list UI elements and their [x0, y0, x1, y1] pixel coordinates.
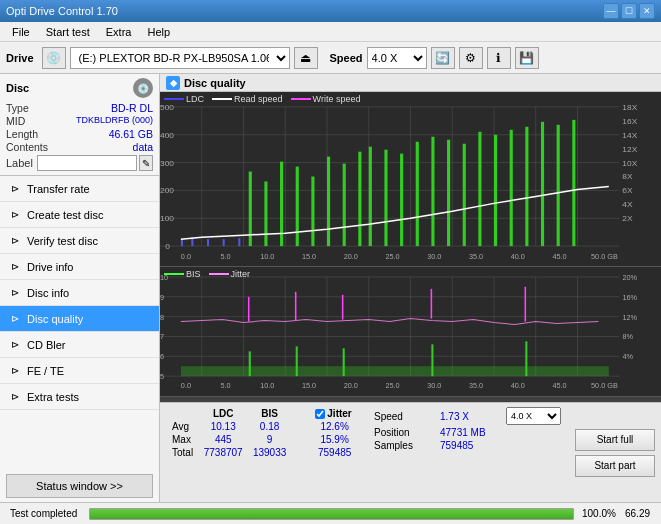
svg-text:7: 7 [160, 334, 164, 342]
speed-select-stats[interactable]: 4.0 X [506, 407, 561, 425]
speed-value: 1.73 X [440, 411, 500, 422]
write-speed-legend-color [291, 98, 311, 100]
save-button[interactable]: 💾 [515, 47, 539, 69]
sidebar-item-verify-test-disc[interactable]: ⊳ Verify test disc [0, 228, 159, 254]
sidebar: Disc 💿 Type BD-R DL MID TDKBLDRFB (000) … [0, 74, 160, 502]
chart-title-icon: ◆ [166, 76, 180, 90]
samples-value: 759485 [440, 440, 500, 451]
label-input[interactable] [37, 155, 137, 171]
sidebar-item-fe-te[interactable]: ⊳ FE / TE [0, 358, 159, 384]
sidebar-item-drive-info[interactable]: ⊳ Drive info [0, 254, 159, 280]
info-button[interactable]: ℹ [487, 47, 511, 69]
svg-rect-34 [207, 239, 209, 246]
status-text: Test completed [6, 508, 81, 519]
refresh-button[interactable]: 🔄 [431, 47, 455, 69]
sidebar-item-cd-bler[interactable]: ⊳ CD Bler [0, 332, 159, 358]
svg-text:30.0: 30.0 [427, 382, 441, 390]
svg-text:8X: 8X [622, 173, 633, 182]
nav-label-drive-info: Drive info [27, 261, 73, 273]
speed-position-section: Speed 1.73 X 4.0 X Position 47731 MB Sam… [366, 403, 569, 502]
svg-text:45.0: 45.0 [552, 253, 566, 261]
buttons-section: Start full Start part [569, 403, 661, 502]
svg-rect-40 [296, 167, 299, 247]
window-controls[interactable]: — ☐ ✕ [603, 3, 655, 19]
jitter-legend-color [209, 273, 229, 275]
disc-type: BD-R DL [111, 102, 153, 114]
sidebar-item-transfer-rate[interactable]: ⊳ Transfer rate [0, 176, 159, 202]
minimize-button[interactable]: — [603, 3, 619, 19]
menu-file[interactable]: File [4, 24, 38, 40]
svg-rect-103 [525, 341, 527, 376]
svg-rect-50 [447, 140, 450, 246]
nav-label-fe-te: FE / TE [27, 365, 64, 377]
drive-info-icon: ⊳ [8, 260, 22, 274]
stats-table: LDC BIS Jitter Avg 10.13 0.18 12.6% [160, 403, 366, 502]
svg-text:45.0: 45.0 [552, 382, 566, 390]
svg-rect-41 [311, 177, 314, 247]
sidebar-item-disc-info[interactable]: ⊳ Disc info [0, 280, 159, 306]
start-part-button[interactable]: Start part [575, 455, 655, 477]
drive-label: Drive [6, 52, 34, 64]
chart-title-bar: ◆ Disc quality [160, 74, 661, 92]
svg-text:14X: 14X [622, 131, 637, 140]
progress-percent: 100.0% [582, 508, 617, 519]
svg-rect-42 [327, 157, 330, 246]
drive-select[interactable]: (E:) PLEXTOR BD-R PX-LB950SA 1.06 [70, 47, 290, 69]
menu-start-test[interactable]: Start test [38, 24, 98, 40]
svg-text:6: 6 [160, 353, 164, 361]
bis-legend-color [164, 273, 184, 275]
nav-list: ⊳ Transfer rate ⊳ Create test disc ⊳ Ver… [0, 176, 159, 470]
svg-rect-54 [510, 130, 513, 246]
speed-label: Speed [330, 52, 363, 64]
svg-rect-44 [358, 152, 361, 246]
label-edit-button[interactable]: ✎ [139, 155, 153, 171]
transfer-rate-icon: ⊳ [8, 182, 22, 196]
start-full-button[interactable]: Start full [575, 429, 655, 451]
eject-button[interactable]: ⏏ [294, 47, 318, 69]
speed-select[interactable]: 4.0 X [367, 47, 427, 69]
status-window-button[interactable]: Status window >> [6, 474, 153, 498]
close-button[interactable]: ✕ [639, 3, 655, 19]
jitter-checkbox[interactable] [315, 409, 325, 419]
svg-text:8: 8 [160, 314, 164, 322]
svg-rect-51 [463, 144, 466, 246]
sidebar-item-extra-tests[interactable]: ⊳ Extra tests [0, 384, 159, 410]
svg-text:20.0: 20.0 [344, 382, 358, 390]
avg-ldc: 10.13 [199, 420, 248, 433]
svg-text:4%: 4% [622, 353, 633, 361]
chart2-legend: BIS Jitter [164, 269, 250, 279]
disc-length-row: Length 46.61 GB [6, 128, 153, 140]
disc-contents-row: Contents data [6, 141, 153, 153]
svg-rect-99 [249, 351, 251, 376]
svg-rect-53 [494, 135, 497, 246]
verify-test-disc-icon: ⊳ [8, 234, 22, 248]
title-bar: Opti Drive Control 1.70 — ☐ ✕ [0, 0, 661, 22]
svg-text:18X: 18X [622, 103, 637, 112]
col-ldc: LDC [199, 407, 248, 420]
menu-extra[interactable]: Extra [98, 24, 140, 40]
total-samples: 759485 [311, 446, 358, 459]
settings-button[interactable]: ⚙ [459, 47, 483, 69]
disc-info-icon: ⊳ [8, 286, 22, 300]
svg-rect-100 [296, 346, 298, 376]
menu-help[interactable]: Help [139, 24, 178, 40]
maximize-button[interactable]: ☐ [621, 3, 637, 19]
fe-te-icon: ⊳ [8, 364, 22, 378]
progress-area: Test completed 100.0% 66.29 [0, 502, 661, 524]
write-speed-legend-label: Write speed [313, 94, 361, 104]
sidebar-item-create-test-disc[interactable]: ⊳ Create test disc [0, 202, 159, 228]
svg-rect-55 [525, 127, 528, 246]
svg-text:40.0: 40.0 [511, 382, 525, 390]
svg-rect-36 [238, 238, 240, 246]
nav-label-disc-quality: Disc quality [27, 313, 83, 325]
sidebar-item-disc-quality[interactable]: ⊳ Disc quality [0, 306, 159, 332]
samples-row: Samples 759485 [374, 440, 561, 451]
svg-rect-101 [343, 348, 345, 376]
chart1-svg: 500 400 300 200 100 0 18X 16X 14X 12X 10… [160, 92, 661, 266]
disc-label-row: Label ✎ [6, 155, 153, 171]
svg-rect-56 [541, 122, 544, 246]
disc-length: 46.61 GB [109, 128, 153, 140]
toolbar: Drive 💿 (E:) PLEXTOR BD-R PX-LB950SA 1.0… [0, 42, 661, 74]
disc-icon: 💿 [133, 78, 153, 98]
position-row: Position 47731 MB [374, 427, 561, 438]
